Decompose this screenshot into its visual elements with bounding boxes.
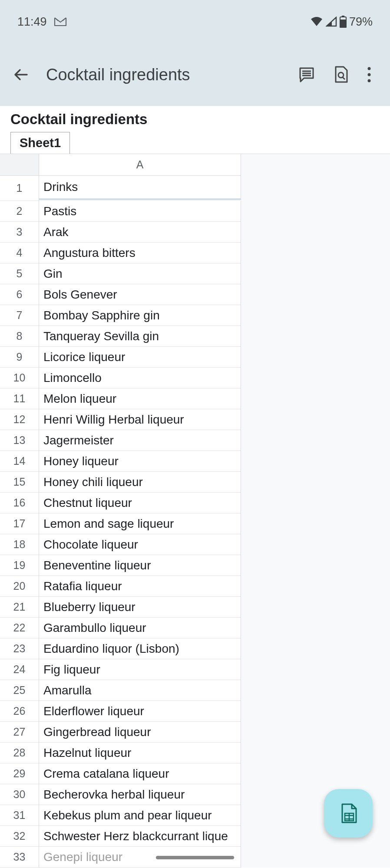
row-header[interactable]: 11 [0,388,39,409]
cell[interactable]: Fig liqueur [39,659,241,680]
row-header[interactable]: 19 [0,555,39,576]
cell[interactable]: Limoncello [39,368,241,388]
table-row: 16Chestnut liqueur [0,493,241,513]
row-header[interactable]: 17 [0,513,39,534]
cell[interactable]: Tanqueray Sevilla gin [39,326,241,347]
cell[interactable]: Becherovka herbal liqueur [39,784,241,805]
find-in-page-icon[interactable] [333,66,349,84]
row-header[interactable]: 16 [0,493,39,513]
cell[interactable]: Blueberry liqueur [39,597,241,618]
select-all-corner[interactable] [0,154,39,176]
row-header[interactable]: 25 [0,680,39,701]
table-row: 32Schwester Herz blackcurrant lique [0,826,241,847]
sheet-tab[interactable]: Sheet1 [10,132,70,154]
row-header[interactable]: 1 [0,176,39,201]
sheet-tabs: Sheet1 [10,132,380,154]
cell[interactable]: Licorice liqueur [39,347,241,368]
row-header[interactable]: 26 [0,701,39,722]
row-header[interactable]: 12 [0,409,39,430]
table-row: 19Beneventine liqueur [0,555,241,576]
cell[interactable]: Honey chili liqueur [39,472,241,493]
cell[interactable]: Elderflower liqueur [39,701,241,722]
cell[interactable]: Hazelnut liqueur [39,743,241,763]
row-header[interactable]: 3 [0,222,39,243]
cell[interactable]: Amarulla [39,680,241,701]
cell[interactable]: Pastis [39,201,241,222]
back-arrow-icon[interactable] [13,66,30,83]
row-header[interactable]: 21 [0,597,39,618]
row-header[interactable]: 6 [0,284,39,305]
signal-icon [326,16,337,27]
table-row: 18Chocolate liqueur [0,534,241,555]
table-row: 31Kebekus plum and pear liqueur [0,805,241,826]
cell[interactable]: Kebekus plum and pear liqueur [39,805,241,826]
cell[interactable]: Jagermeister [39,430,241,451]
cell[interactable]: Bols Genever [39,284,241,305]
table-row: 15Honey chili liqueur [0,472,241,493]
cell[interactable]: Chocolate liqueur [39,534,241,555]
table-row: 6Bols Genever [0,284,241,305]
row-header[interactable]: 32 [0,826,39,847]
row-header[interactable]: 23 [0,638,39,659]
row-header[interactable]: 4 [0,243,39,263]
cell[interactable]: Gin [39,263,241,284]
cell[interactable]: Eduardino liquor (Lisbon) [39,638,241,659]
row-header[interactable]: 33 [0,847,39,868]
cell[interactable]: Melon liqueur [39,388,241,409]
edit-fab[interactable] [324,789,373,838]
cell[interactable]: Arak [39,222,241,243]
table-row: 25Amarulla [0,680,241,701]
column-header-a[interactable]: A [39,154,241,176]
cell[interactable]: Garambullo liqueur [39,618,241,638]
row-header[interactable]: 24 [0,659,39,680]
comment-icon[interactable] [298,66,315,83]
svg-rect-2 [340,20,346,28]
row-header[interactable]: 9 [0,347,39,368]
cell[interactable]: Angustura bitters [39,243,241,263]
svg-point-5 [368,73,371,76]
document-header: Cocktail ingredients Sheet1 [0,106,390,154]
svg-point-6 [368,79,371,82]
row-header[interactable]: 27 [0,722,39,743]
cell[interactable]: Crema catalana liqueur [39,763,241,784]
cell[interactable]: Lemon and sage liqueur [39,513,241,534]
row-header[interactable]: 22 [0,618,39,638]
table-row: 27Gingerbread liqueur [0,722,241,743]
row-header[interactable]: 30 [0,784,39,805]
row-header[interactable]: 5 [0,263,39,284]
cell[interactable]: Drinks [39,176,241,200]
table-row: 13Jagermeister [0,430,241,451]
cell[interactable]: Schwester Herz blackcurrant lique [39,826,241,847]
row-header[interactable]: 31 [0,805,39,826]
row-header[interactable]: 8 [0,326,39,347]
table-row: 11Melon liqueur [0,388,241,409]
row-header[interactable]: 28 [0,743,39,763]
cell[interactable]: Beneventine liqueur [39,555,241,576]
row-header[interactable]: 10 [0,368,39,388]
cell[interactable]: Chestnut liqueur [39,493,241,513]
cell[interactable]: Henri Willig Herbal liqueur [39,409,241,430]
row-header[interactable]: 20 [0,576,39,597]
row-header[interactable]: 13 [0,430,39,451]
row-header[interactable]: 7 [0,305,39,326]
row-header[interactable]: 2 [0,201,39,222]
battery-icon [340,16,347,28]
table-row: 3Arak [0,222,241,243]
table-row: 1Drinks [0,176,241,201]
table-row: 28Hazelnut liqueur [0,743,241,763]
more-vert-icon[interactable] [367,66,372,83]
svg-point-4 [368,67,371,70]
cell[interactable]: Bombay Sapphire gin [39,305,241,326]
row-header[interactable]: 15 [0,472,39,493]
row-header[interactable]: 14 [0,451,39,472]
table-row: 2Pastis [0,201,241,222]
row-header[interactable]: 18 [0,534,39,555]
horizontal-scroll-indicator[interactable] [156,856,234,859]
app-bar-title: Cocktail ingredients [46,66,298,84]
cell[interactable]: Honey liqueur [39,451,241,472]
spreadsheet[interactable]: A 1Drinks2Pastis3Arak4Angustura bitters5… [0,154,390,868]
cell[interactable]: Gingerbread liqueur [39,722,241,743]
sheet-edit-icon [339,802,358,824]
cell[interactable]: Ratafia liqueur [39,576,241,597]
row-header[interactable]: 29 [0,763,39,784]
